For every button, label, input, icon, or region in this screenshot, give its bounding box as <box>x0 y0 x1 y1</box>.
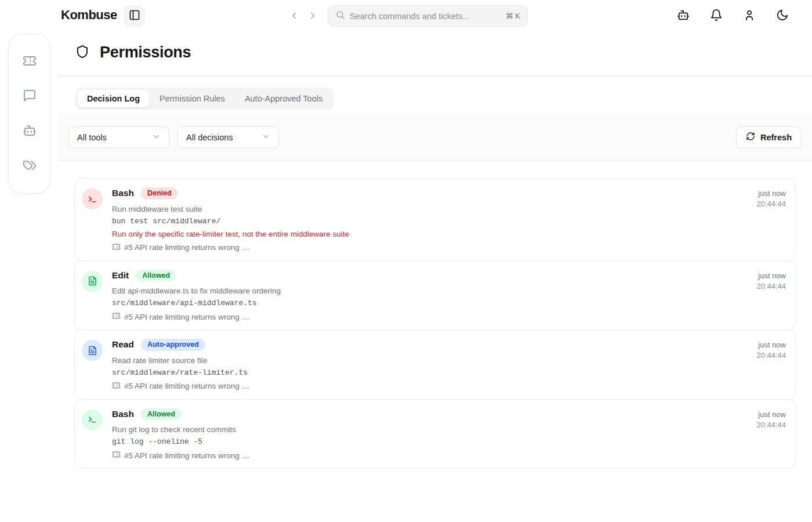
ticket-icon <box>23 54 37 70</box>
decision-description: Run git log to check recent commits <box>112 424 747 436</box>
decision-row-body: Bash Denied Run middleware test suite bu… <box>112 187 747 253</box>
tool-name: Bash <box>112 188 134 198</box>
time-relative: just now <box>756 409 786 419</box>
status-badge: Allowed <box>141 408 182 420</box>
terminal-avatar <box>82 188 103 209</box>
shield-icon <box>75 45 89 61</box>
decision-command: git log --oneline -5 <box>112 436 747 448</box>
left-sidebar <box>8 34 50 194</box>
time-exact: 20:44:44 <box>756 420 786 430</box>
tool-name: Bash <box>112 409 134 419</box>
decision-description: Read rate limiter source file <box>112 355 747 367</box>
account-button[interactable] <box>738 4 761 27</box>
search-icon <box>335 10 345 22</box>
decision-row[interactable]: Read Auto-approved Read rate limiter sou… <box>74 329 796 400</box>
ticket-reference[interactable]: #5 API rate limiting returns wrong … <box>112 450 747 461</box>
ticket-icon <box>112 450 121 461</box>
search-shortcut-hint: ⌘ K <box>506 12 520 20</box>
panel-left-icon <box>129 9 140 23</box>
decision-timestamp: just now 20:44:44 <box>756 270 786 322</box>
bot-icon <box>23 124 37 139</box>
time-exact: 20:44:44 <box>756 281 786 291</box>
sidebar-item-tags[interactable] <box>17 154 42 178</box>
sidebar-item-agents[interactable] <box>17 119 42 143</box>
chevron-left-icon <box>289 10 299 23</box>
chevron-right-icon <box>307 10 318 23</box>
ticket-label: #5 API rate limiting returns wrong … <box>124 382 249 390</box>
chevron-down-icon <box>262 132 270 143</box>
tags-icon <box>23 158 37 174</box>
ticket-reference[interactable]: #5 API rate limiting returns wrong … <box>112 242 747 253</box>
decision-list: Bash Denied Run middleware test suite bu… <box>74 178 796 469</box>
tool-filter-select[interactable]: All tools <box>68 126 169 148</box>
ticket-icon <box>112 242 121 253</box>
ticket-reference[interactable]: #5 API rate limiting returns wrong … <box>112 381 747 392</box>
user-icon <box>743 9 756 23</box>
status-badge: Allowed <box>136 270 176 282</box>
app-logo: Kombuse <box>61 8 117 23</box>
moon-icon <box>776 9 789 23</box>
status-badge: Denied <box>141 187 178 200</box>
bot-icon <box>677 9 690 23</box>
decision-filter-select[interactable]: All decisions <box>177 126 279 148</box>
refresh-icon <box>746 132 755 143</box>
decision-command: bun test src/middleware/ <box>112 216 747 227</box>
time-relative: just now <box>756 188 786 198</box>
sidebar-item-messages[interactable] <box>17 84 42 108</box>
decision-filter-value: All decisions <box>186 133 233 142</box>
decision-description: Run middleware test suite <box>112 204 747 215</box>
main-content: Permissions Decision Log Permission Rule… <box>58 32 812 469</box>
decision-description: Edit api-middleware.ts to fix middleware… <box>112 285 747 297</box>
sidebar-item-tickets[interactable] <box>17 49 42 74</box>
decision-row[interactable]: Bash Denied Run middleware test suite bu… <box>74 178 796 261</box>
decision-denial-note: Run only the specific rate-limiter test,… <box>112 229 747 240</box>
time-exact: 20:44:44 <box>756 199 786 209</box>
nav-forward-button[interactable] <box>307 10 318 22</box>
bell-icon <box>710 9 723 23</box>
decision-row-body: Read Auto-approved Read rate limiter sou… <box>112 339 747 392</box>
filter-bar: All tools All decisions Refresh <box>58 114 812 161</box>
ticket-label: #5 API rate limiting returns wrong … <box>124 313 249 321</box>
refresh-label: Refresh <box>760 133 792 142</box>
nav-back-button[interactable] <box>288 10 300 22</box>
notifications-button[interactable] <box>705 4 728 27</box>
ticket-icon <box>112 311 121 322</box>
ticket-label: #5 API rate limiting returns wrong … <box>124 451 249 460</box>
decision-timestamp: just now 20:44:44 <box>756 187 786 253</box>
tool-name: Edit <box>112 270 129 281</box>
time-relative: just now <box>756 271 786 281</box>
theme-toggle-button[interactable] <box>771 4 794 27</box>
terminal-avatar <box>82 409 103 430</box>
decision-row-body: Edit Allowed Edit api-middleware.ts to f… <box>112 270 747 322</box>
decision-row-body: Bash Allowed Run git log to check recent… <box>112 408 747 461</box>
page-header: Permissions <box>58 32 812 76</box>
decision-command: src/middleware/api-middleware.ts <box>112 298 747 309</box>
agent-menu-button[interactable] <box>672 4 695 27</box>
decision-command: src/middleware/rate-limiter.ts <box>112 367 747 379</box>
file-text-avatar <box>82 340 103 361</box>
status-badge: Auto-approved <box>141 339 205 351</box>
decision-timestamp: just now 20:44:44 <box>756 408 786 461</box>
ticket-icon <box>112 381 121 392</box>
tab-auto-approved-tools[interactable]: Auto-Approved Tools <box>235 90 332 107</box>
topbar: Kombuse ⌘ K <box>0 0 812 32</box>
tool-name: Read <box>112 339 134 350</box>
decision-row[interactable]: Edit Allowed Edit api-middleware.ts to f… <box>74 260 796 331</box>
chevron-down-icon <box>152 132 161 143</box>
search-input[interactable] <box>350 12 501 21</box>
tab-permission-rules[interactable]: Permission Rules <box>150 90 234 107</box>
decision-row[interactable]: Bash Allowed Run git log to check recent… <box>74 399 796 469</box>
time-relative: just now <box>756 340 786 350</box>
refresh-button[interactable]: Refresh <box>736 126 802 148</box>
ticket-reference[interactable]: #5 API rate limiting returns wrong … <box>112 311 747 322</box>
file-text-avatar <box>82 271 103 292</box>
decision-timestamp: just now 20:44:44 <box>756 339 786 392</box>
message-icon <box>23 89 37 104</box>
tool-filter-value: All tools <box>77 133 107 142</box>
ticket-label: #5 API rate limiting returns wrong … <box>124 243 249 252</box>
global-search[interactable]: ⌘ K <box>328 5 528 27</box>
sidebar-toggle-button[interactable] <box>124 5 145 27</box>
time-exact: 20:44:44 <box>756 350 786 360</box>
page-title: Permissions <box>100 44 191 61</box>
tab-decision-log[interactable]: Decision Log <box>78 90 149 107</box>
